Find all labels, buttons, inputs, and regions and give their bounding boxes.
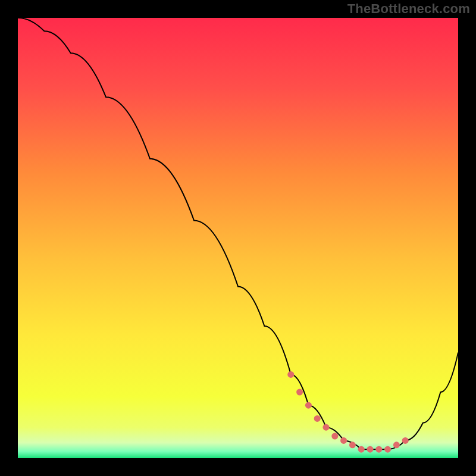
highlight-dot (393, 441, 400, 448)
highlight-dot (384, 446, 391, 453)
watermark-text: TheBottleneck.com (347, 1, 470, 17)
highlight-dot (375, 446, 382, 453)
highlight-dot (367, 446, 374, 453)
highlight-dot (314, 415, 321, 422)
chart-frame: TheBottleneck.com (0, 0, 476, 476)
chart-svg (18, 18, 458, 458)
gradient-background (18, 18, 458, 458)
highlight-dot (349, 441, 356, 448)
highlight-dot (358, 446, 365, 453)
highlight-dot (323, 424, 330, 431)
highlight-dot (331, 433, 338, 440)
highlight-dot (305, 402, 312, 409)
highlight-dot (296, 389, 303, 396)
highlight-dot (340, 437, 347, 444)
highlight-dot (287, 371, 294, 378)
plot-area (18, 18, 458, 458)
highlight-dot (402, 437, 409, 444)
